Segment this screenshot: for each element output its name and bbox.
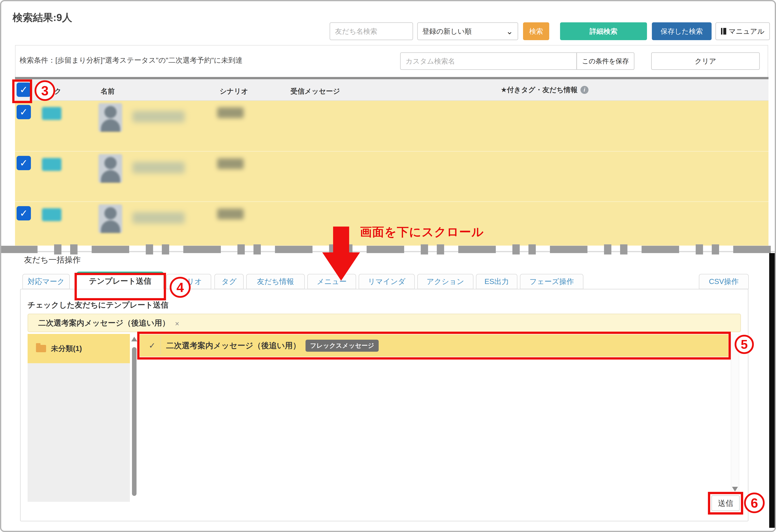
- table-row[interactable]: ✓: [15, 151, 769, 202]
- info-icon[interactable]: i: [580, 86, 588, 94]
- row-checkbox[interactable]: ✓: [17, 206, 31, 221]
- tab-es-output[interactable]: ES出力: [476, 274, 518, 289]
- tear-divider-ticks: [0, 244, 776, 254]
- search-condition-label: 検索条件：[歩留まり分析]"選考ステータス"の"二次選考予約"に未到達: [20, 55, 243, 65]
- custom-search-name-input[interactable]: [400, 52, 577, 70]
- row-checkbox[interactable]: ✓: [17, 156, 31, 170]
- search-button[interactable]: 検索: [523, 22, 549, 40]
- row-checkbox[interactable]: ✓: [17, 105, 31, 119]
- name-blurred: [132, 162, 185, 173]
- tab-phase-operation[interactable]: フェーズ操作: [520, 274, 583, 289]
- selected-template-label: 二次選考案内メッセージ（後追い用）: [38, 318, 170, 328]
- scenario-blurred: [217, 209, 244, 219]
- advanced-search-button[interactable]: 詳細検索: [560, 22, 647, 40]
- scrollbar-down-arrow[interactable]: [732, 487, 738, 492]
- column-header-starred-tag-info: ★付きタグ・友だち情報 i: [501, 85, 588, 94]
- results-table-body: ✓ ✓ ✓: [15, 101, 769, 246]
- page-title: 検索結果:9人: [13, 11, 72, 24]
- template-folder-pane: 未分類(1): [28, 334, 130, 502]
- selected-template-bar: 二次選考案内メッセージ（後追い用） ×: [28, 314, 741, 332]
- tab-tag[interactable]: タグ: [214, 274, 244, 289]
- annotation-box-template-tab: [74, 273, 166, 300]
- scenario-blurred: [217, 107, 244, 118]
- page: 検索結果:9人 登録の新しい順 ⌄ 検索 詳細検索 保存した検索 マニュアル 検…: [0, 0, 776, 532]
- column-header-received-message: 受信メッセージ: [290, 86, 340, 96]
- column-header-scenario: シナリオ: [220, 86, 248, 96]
- mark-badge-blurred: [42, 158, 61, 171]
- folder-label: 未分類(1): [51, 344, 82, 353]
- folder-item-unclassified[interactable]: 未分類(1): [28, 334, 130, 363]
- remove-template-icon[interactable]: ×: [175, 320, 179, 328]
- chevron-down-icon: ⌄: [506, 26, 513, 36]
- annotation-box-select-all: [12, 79, 32, 103]
- clear-button[interactable]: クリア: [651, 52, 760, 70]
- manual-button-label: マニュアル: [729, 26, 764, 36]
- book-icon: [721, 28, 726, 35]
- scrollbar-up-arrow[interactable]: [131, 337, 137, 341]
- manual-button[interactable]: マニュアル: [716, 22, 770, 40]
- check-icon: ✓: [20, 208, 28, 218]
- avatar: [99, 154, 122, 183]
- tab-action[interactable]: アクション: [417, 274, 473, 289]
- scroll-down-arrow-shaft: [333, 227, 349, 253]
- avatar: [99, 204, 122, 233]
- check-icon: ✓: [20, 158, 28, 168]
- saved-search-button[interactable]: 保存した検索: [652, 22, 712, 40]
- bulk-operations-heading: 友だち一括操作: [24, 254, 81, 265]
- annotation-box-send: [708, 492, 743, 515]
- annotation-circle-3: 3: [35, 80, 55, 101]
- scrollbar-thumb[interactable]: [132, 347, 137, 496]
- tab-taioumaku[interactable]: 対応マーク: [22, 274, 70, 289]
- panel-heading: チェックした友だちにテンプレート送信: [28, 300, 168, 310]
- folder-icon: [36, 345, 46, 352]
- table-header: [15, 79, 769, 101]
- annotation-box-template-row: [137, 332, 731, 359]
- tab-friend-info[interactable]: 友だち情報: [246, 274, 305, 289]
- folder-scrollbar[interactable]: [131, 334, 138, 502]
- annotation-circle-5: 5: [735, 335, 754, 354]
- window-right-edge: [769, 253, 776, 528]
- tab-reminder[interactable]: リマインダ: [359, 274, 415, 289]
- annotation-circle-6: 6: [744, 493, 765, 513]
- save-condition-button[interactable]: この条件を保存: [576, 52, 634, 70]
- sort-order-select[interactable]: 登録の新しい順 ⌄: [417, 22, 518, 40]
- check-icon: ✓: [20, 107, 28, 117]
- scroll-down-arrow-head: [322, 252, 360, 281]
- annotation-circle-4: 4: [170, 277, 191, 298]
- sort-order-value: 登録の新しい順: [422, 26, 472, 36]
- name-blurred: [132, 212, 185, 224]
- name-blurred: [132, 111, 185, 122]
- scroll-down-note: 画面を下にスクロール: [360, 224, 484, 240]
- template-scrollbar[interactable]: [731, 334, 739, 493]
- friend-name-search-input[interactable]: [330, 22, 413, 40]
- table-top-scrollbar[interactable]: [15, 77, 769, 79]
- column-header-name: 名前: [101, 86, 115, 96]
- mark-badge-blurred: [42, 107, 61, 120]
- table-row[interactable]: ✓: [15, 101, 769, 151]
- tab-csv-operation[interactable]: CSV操作: [699, 274, 749, 289]
- scenario-blurred: [217, 158, 244, 169]
- mark-badge-blurred: [42, 208, 61, 221]
- avatar: [99, 103, 122, 132]
